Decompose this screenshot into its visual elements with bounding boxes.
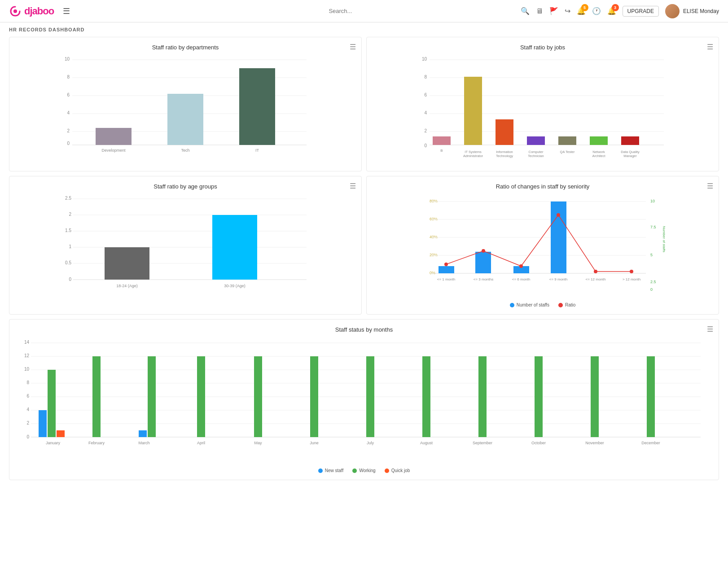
monthly-status-menu[interactable]: ☰	[707, 325, 713, 333]
header-icons: 🔍 🖥 🚩 ↪ 🔔5 🕐 🔔3 UPGRADE ELISE Monday	[521, 4, 719, 18]
svg-text:2: 2	[424, 128, 427, 133]
page-title: HR RECORDS DASHBOARD	[0, 22, 728, 37]
search-input[interactable]	[250, 8, 430, 14]
svg-text:20%: 20%	[430, 253, 438, 257]
jobs-ratio-chart: 10 8 6 4 2 0 B IT Systems Ad	[373, 55, 712, 163]
svg-text:Technician: Technician	[528, 154, 544, 158]
svg-text:B: B	[440, 149, 443, 153]
svg-text:<= 6 month: <= 6 month	[512, 277, 530, 281]
svg-rect-47	[621, 136, 639, 145]
svg-rect-83	[475, 252, 491, 273]
share-icon[interactable]: ↪	[565, 7, 570, 15]
svg-rect-115	[48, 370, 56, 437]
svg-point-86	[444, 263, 448, 266]
age-groups-chart: 2.5 2 1.5 1 0.5 0 18-24 (Age) 30-39 (Age…	[16, 194, 355, 293]
svg-text:10: 10	[65, 57, 70, 61]
svg-rect-114	[39, 410, 47, 437]
seniority-title: Ratio of changes in staff by seniority	[373, 183, 712, 190]
svg-text:August: August	[420, 441, 433, 445]
svg-point-89	[557, 213, 560, 217]
svg-text:<= 12 month: <= 12 month	[586, 277, 606, 281]
svg-rect-64	[212, 215, 257, 280]
legend-quick-job-label: Quick job	[391, 468, 410, 473]
svg-text:June: June	[310, 441, 319, 445]
svg-text:4: 4	[424, 110, 427, 115]
svg-text:0%: 0%	[430, 271, 435, 275]
svg-text:Tech: Tech	[181, 148, 189, 153]
svg-rect-121	[148, 356, 156, 437]
svg-rect-137	[591, 356, 599, 437]
monitor-icon[interactable]: 🖥	[536, 7, 543, 15]
svg-text:<= 3 months: <= 3 months	[474, 277, 493, 281]
svg-text:0: 0	[650, 287, 653, 292]
upgrade-button[interactable]: UPGRADE	[623, 6, 659, 17]
svg-rect-17	[239, 68, 275, 145]
svg-text:Technology: Technology	[496, 154, 513, 158]
logo: djaboo	[9, 5, 54, 18]
legend-working: Working	[352, 468, 376, 473]
dept-ratio-menu[interactable]: ☰	[350, 43, 356, 51]
seniority-menu[interactable]: ☰	[707, 182, 713, 190]
svg-rect-125	[254, 356, 262, 437]
svg-rect-129	[366, 356, 374, 437]
svg-text:0: 0	[69, 277, 71, 282]
svg-rect-133	[478, 356, 487, 437]
monthly-status-card: Staff status by months ☰ 14 12 10 8 6 4 …	[9, 319, 719, 480]
legend-ratio-label: Ratio	[565, 302, 575, 307]
svg-text:Manager: Manager	[623, 154, 637, 158]
row-2: Staff ratio by age groups ☰ 2.5 2 1.5 1 …	[9, 176, 719, 315]
legend-new-staff: New staff	[318, 468, 344, 473]
clock-icon[interactable]: 🕐	[592, 7, 601, 15]
svg-text:8: 8	[424, 74, 427, 79]
hamburger-menu[interactable]: ☰	[63, 6, 70, 16]
svg-text:6: 6	[67, 92, 70, 97]
svg-rect-39	[527, 136, 545, 145]
svg-rect-120	[139, 430, 147, 437]
svg-text:March: March	[138, 441, 149, 445]
jobs-ratio-card: Staff ratio by jobs ☰ 10 8 6 4 2 0	[366, 37, 719, 171]
svg-text:4: 4	[26, 407, 29, 412]
legend-staffs-dot	[510, 303, 514, 307]
svg-text:> 12 month: > 12 month	[623, 277, 640, 281]
svg-point-88	[519, 264, 523, 268]
jobs-ratio-menu[interactable]: ☰	[707, 43, 713, 51]
svg-text:2: 2	[69, 212, 71, 217]
svg-text:November: November	[585, 441, 604, 445]
legend-quick-job: Quick job	[385, 468, 410, 473]
svg-text:0.5: 0.5	[65, 260, 71, 265]
svg-rect-13	[96, 128, 132, 145]
svg-text:5: 5	[650, 253, 653, 257]
svg-text:10: 10	[24, 367, 30, 372]
notifications-icon[interactable]: 🔔5	[577, 7, 586, 15]
dept-ratio-card: Staff ratio by departments ☰ 10 8 6 4 2 …	[9, 37, 362, 171]
svg-text:2: 2	[26, 420, 29, 425]
seniority-legend: Number of staffs Ratio	[373, 302, 712, 307]
jobs-ratio-title: Staff ratio by jobs	[373, 44, 712, 51]
age-groups-menu[interactable]: ☰	[350, 182, 356, 190]
svg-text:30-39 (Age): 30-39 (Age)	[224, 284, 246, 288]
svg-text:18-24 (Age): 18-24 (Age)	[116, 284, 138, 288]
svg-rect-118	[92, 356, 101, 437]
svg-rect-116	[57, 430, 65, 437]
svg-text:0: 0	[26, 434, 29, 439]
monthly-status-chart: 14 12 10 8 6 4 2 0	[16, 337, 712, 463]
svg-text:February: February	[88, 441, 105, 445]
svg-rect-139	[647, 356, 655, 437]
svg-text:1: 1	[69, 244, 71, 249]
alerts-icon[interactable]: 🔔3	[607, 7, 616, 15]
flag-icon[interactable]: 🚩	[549, 7, 558, 15]
svg-text:Number of staffs: Number of staffs	[662, 226, 666, 253]
search-icon[interactable]: 🔍	[521, 7, 530, 15]
svg-text:60%: 60%	[430, 217, 438, 221]
logo-icon	[9, 5, 22, 18]
user-section: ELISE Monday	[665, 4, 719, 18]
header: djaboo ☰ 🔍 🖥 🚩 ↪ 🔔5 🕐 🔔3 UPGRADE ELISE M…	[0, 0, 728, 22]
svg-rect-85	[551, 201, 566, 273]
dept-ratio-chart: 10 8 6 4 2 0 Development Tech	[16, 55, 355, 154]
svg-text:Information: Information	[496, 150, 513, 154]
svg-rect-31	[433, 136, 451, 145]
svg-point-0	[13, 9, 17, 13]
svg-text:6: 6	[424, 92, 427, 97]
svg-text:1.5: 1.5	[65, 228, 71, 233]
svg-rect-127	[310, 356, 318, 437]
